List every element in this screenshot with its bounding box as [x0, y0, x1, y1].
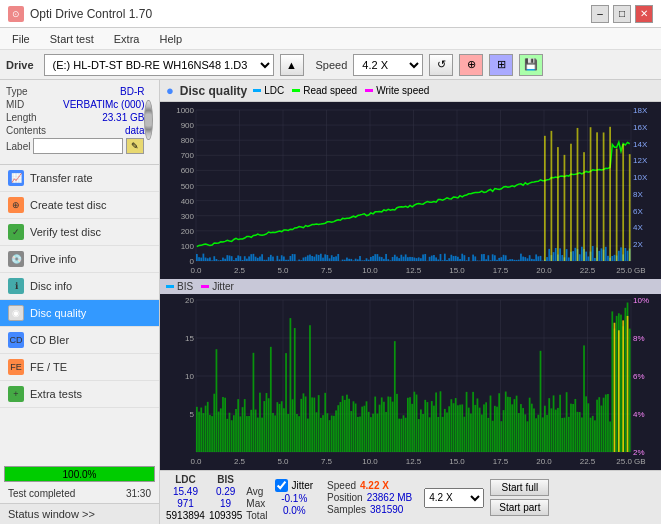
- menu-bar: File Start test Extra Help: [0, 28, 661, 50]
- transfer-rate-label: Transfer rate: [30, 172, 93, 184]
- speed-label: Speed: [316, 59, 348, 71]
- disc-contents-row: Contents data: [6, 125, 144, 136]
- progress-bar-container: 100.0%: [4, 466, 155, 482]
- settings-button[interactable]: ⊕: [459, 54, 483, 76]
- ldc-legend-dot: [253, 89, 261, 92]
- speed-row: Speed 4.22 X: [327, 480, 412, 491]
- position-row: Position 23862 MB: [327, 492, 412, 503]
- menu-extra[interactable]: Extra: [110, 32, 144, 46]
- total-ldc: 5913894: [166, 510, 205, 521]
- write-legend-dot: [365, 89, 373, 92]
- refresh-button[interactable]: ↺: [429, 54, 453, 76]
- top-chart-canvas: [160, 102, 661, 279]
- jitter-checkbox[interactable]: [275, 479, 288, 492]
- ldc-legend-label: LDC: [264, 85, 284, 96]
- avg-ldc: 15.49: [166, 486, 205, 497]
- speed-value: 4.22 X: [360, 480, 389, 491]
- disc-thumbnail: [144, 100, 153, 140]
- sidebar-item-cd-bier[interactable]: CD CD BIer: [0, 327, 159, 354]
- bis-legend-dot: [166, 285, 174, 288]
- close-button[interactable]: ✕: [635, 5, 653, 23]
- status-row: Test completed 31:30: [0, 484, 159, 503]
- max-ldc: 971: [166, 498, 205, 509]
- menu-help[interactable]: Help: [155, 32, 186, 46]
- max-jitter: 0.0%: [275, 505, 313, 516]
- title-bar-left: ⊙ Opti Drive Control 1.70: [8, 6, 152, 22]
- disc-panel-header: Type BD-R MID VERBATIMc (000) Length 23.…: [6, 86, 153, 154]
- cd-bier-label: CD BIer: [30, 334, 69, 346]
- start-full-button[interactable]: Start full: [490, 479, 549, 496]
- sidebar-item-verify-test-disc[interactable]: ✓ Verify test disc: [0, 219, 159, 246]
- sidebar-item-disc-info[interactable]: ℹ Disc info: [0, 273, 159, 300]
- avg-label: Avg: [246, 486, 267, 497]
- minimize-button[interactable]: –: [591, 5, 609, 23]
- save-button[interactable]: 💾: [519, 54, 543, 76]
- ldc-header: LDC: [166, 474, 205, 485]
- mid-value: VERBATIMc (000): [63, 99, 145, 110]
- legend-write: Write speed: [365, 85, 429, 96]
- window-controls: – □ ✕: [591, 5, 653, 23]
- speed-select[interactable]: 4.2 X: [353, 54, 423, 76]
- samples-value: 381590: [370, 504, 403, 515]
- bottom-chart-header: BIS Jitter: [160, 279, 661, 294]
- verify-disc-icon: ✓: [8, 224, 24, 240]
- chart-title: Disc quality: [180, 84, 247, 98]
- sidebar-item-extra-tests[interactable]: + Extra tests: [0, 381, 159, 408]
- jitter-header: Jitter: [291, 480, 313, 491]
- sidebar: Type BD-R MID VERBATIMc (000) Length 23.…: [0, 80, 160, 524]
- speed-static-label: Speed: [327, 480, 356, 491]
- bis-header: BIS: [209, 474, 242, 485]
- stats-bar: LDC 15.49 971 5913894 BIS 0.29 19 109395…: [160, 470, 661, 524]
- create-disc-label: Create test disc: [30, 199, 106, 211]
- eject-button[interactable]: ▲: [280, 54, 304, 76]
- disc-type-row: Type BD-R: [6, 86, 144, 97]
- legend-ldc: LDC: [253, 85, 284, 96]
- length-label: Length: [6, 112, 37, 123]
- length-value: 23.31 GB: [102, 112, 144, 123]
- sidebar-item-drive-info[interactable]: 💿 Drive info: [0, 246, 159, 273]
- jitter-label: Jitter: [212, 281, 234, 292]
- max-label: Max: [246, 498, 267, 509]
- row-labels: X Avg Max Total: [246, 474, 267, 521]
- chart-legend: LDC Read speed Write speed: [253, 85, 429, 96]
- sidebar-item-create-test-disc[interactable]: ⊕ Create test disc: [0, 192, 159, 219]
- tools-button[interactable]: ⊞: [489, 54, 513, 76]
- position-label: Position: [327, 492, 363, 503]
- type-label: Type: [6, 86, 28, 97]
- menu-start-test[interactable]: Start test: [46, 32, 98, 46]
- disc-panel: Type BD-R MID VERBATIMc (000) Length 23.…: [0, 80, 159, 165]
- type-value: BD-R: [120, 86, 144, 97]
- drive-select[interactable]: (E:) HL-DT-ST BD-RE WH16NS48 1.D3: [44, 54, 274, 76]
- label-edit-button[interactable]: ✎: [126, 138, 144, 154]
- sidebar-item-fe-te[interactable]: FE FE / TE: [0, 354, 159, 381]
- read-legend-label: Read speed: [303, 85, 357, 96]
- maximize-button[interactable]: □: [613, 5, 631, 23]
- sidebar-item-disc-quality[interactable]: ◉ Disc quality: [0, 300, 159, 327]
- speed-dropdown[interactable]: 4.2 X: [424, 488, 484, 508]
- label-input[interactable]: [33, 138, 123, 154]
- disc-quality-label: Disc quality: [30, 307, 86, 319]
- disc-info-label: Disc info: [30, 280, 72, 292]
- extra-tests-icon: +: [8, 386, 24, 402]
- menu-file[interactable]: File: [8, 32, 34, 46]
- status-window-button[interactable]: Status window >>: [0, 503, 159, 524]
- legend-bis: BIS: [166, 281, 193, 292]
- start-buttons: Start full Start part: [490, 479, 549, 516]
- app-title: Opti Drive Control 1.70: [30, 7, 152, 21]
- disc-length-row: Length 23.31 GB: [6, 112, 144, 123]
- contents-value: data: [125, 125, 144, 136]
- samples-label: Samples: [327, 504, 366, 515]
- contents-label: Contents: [6, 125, 46, 136]
- avg-bis: 0.29: [209, 486, 242, 497]
- drive-info-label: Drive info: [30, 253, 76, 265]
- drive-label: Drive: [6, 59, 34, 71]
- status-window-label: Status window >>: [8, 508, 95, 520]
- disc-info-icon: ℹ: [8, 278, 24, 294]
- sidebar-item-transfer-rate[interactable]: 📈 Transfer rate: [0, 165, 159, 192]
- main-content: Type BD-R MID VERBATIMc (000) Length 23.…: [0, 80, 661, 524]
- start-part-button[interactable]: Start part: [490, 499, 549, 516]
- controls-section: 4.2 X Start full Start part: [424, 479, 549, 516]
- samples-row: Samples 381590: [327, 504, 412, 515]
- bottom-chart-area: [160, 294, 661, 470]
- progress-bar-text: 100.0%: [5, 467, 154, 482]
